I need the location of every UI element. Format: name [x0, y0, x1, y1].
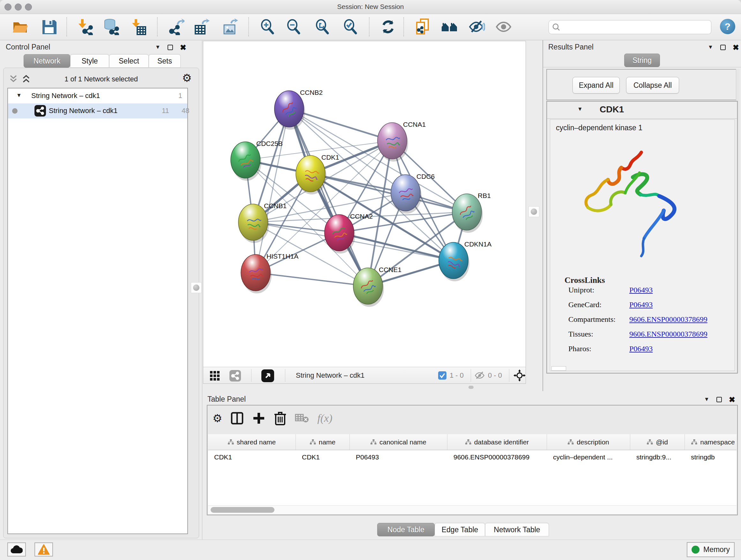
birds-eye-view-icon[interactable]: [210, 371, 220, 381]
crosslink-link-tissues[interactable]: 9606.ENSP00000378699: [629, 330, 708, 338]
export-image-icon[interactable]: [222, 18, 239, 35]
entry-scrollbar-thumb[interactable]: [551, 366, 566, 371]
import-network-database-icon[interactable]: [103, 18, 119, 35]
network-type-badge-icon[interactable]: [229, 370, 241, 381]
node-result-header[interactable]: ▼ CDK1: [547, 102, 737, 119]
float-panel-icon[interactable]: [720, 45, 726, 50]
network-node-CCNA1[interactable]: [378, 123, 407, 159]
crosslink-link-genecard[interactable]: P06493: [629, 300, 653, 309]
column-header-shared-name[interactable]: shared name: [208, 434, 296, 450]
network-node-CDKN1A[interactable]: [439, 242, 468, 279]
table-options-gear-icon[interactable]: ⚙: [212, 413, 222, 424]
refresh-view-icon[interactable]: [380, 18, 396, 35]
delete-table-icon[interactable]: [295, 413, 309, 424]
import-network-file-icon[interactable]: [77, 18, 93, 35]
crosslink-link-compartments[interactable]: 9606.ENSP00000378699: [629, 315, 708, 324]
first-neighbors-icon[interactable]: [441, 18, 458, 35]
collection-expand-icon[interactable]: ▼: [16, 92, 22, 99]
network-edge-CCNB2-CCNE1[interactable]: [289, 109, 368, 286]
gear-icon[interactable]: ⚙: [182, 72, 192, 83]
tab-network-table[interactable]: Network Table: [485, 523, 549, 537]
collapse-entry-icon[interactable]: ▼: [577, 106, 583, 112]
panel-menu-icon[interactable]: ▼: [704, 396, 710, 402]
right-splitter-handle[interactable]: [529, 206, 539, 217]
table-cell-description[interactable]: cyclin–dependent ...: [547, 450, 630, 464]
tab-edge-table[interactable]: Edge Table: [434, 523, 485, 537]
tab-sets[interactable]: Sets: [149, 54, 181, 68]
table-cell-database-identifier[interactable]: 9606.ENSP00000378699: [448, 450, 547, 464]
panel-menu-icon[interactable]: ▼: [155, 44, 160, 51]
create-column-icon[interactable]: [252, 412, 266, 425]
column-header-namespace[interactable]: namespace: [685, 434, 737, 450]
save-session-icon[interactable]: [41, 18, 57, 35]
table-cell-name[interactable]: CDK1: [296, 450, 350, 464]
export-table-icon[interactable]: [193, 18, 210, 35]
float-panel-icon[interactable]: [717, 397, 722, 402]
horizontal-splitter-handle[interactable]: [468, 386, 474, 389]
zoom-fit-icon[interactable]: [314, 18, 331, 35]
crosslink-link-pharos[interactable]: P06493: [629, 345, 653, 353]
left-splitter-handle[interactable]: [191, 282, 202, 293]
close-panel-icon[interactable]: ✖: [180, 45, 186, 50]
help-button[interactable]: ?: [720, 19, 735, 34]
column-header-database-identifier[interactable]: database identifier: [448, 434, 547, 450]
float-panel-icon[interactable]: [167, 45, 173, 50]
selected-checkbox-icon[interactable]: [438, 371, 447, 380]
tab-network[interactable]: Network: [23, 54, 70, 68]
hide-selected-icon[interactable]: [468, 18, 485, 35]
network-node-CDC6[interactable]: [391, 175, 420, 211]
table-cell-canonical-name[interactable]: P06493: [350, 450, 448, 464]
network-collection-row[interactable]: ▼ String Network – cdk1 1: [8, 88, 187, 104]
network-node-CDC25B[interactable]: [231, 142, 260, 178]
table-cell-shared-name[interactable]: CDK1: [208, 450, 296, 464]
tab-select[interactable]: Select: [109, 54, 149, 68]
network-node-CCNB1[interactable]: [239, 204, 268, 240]
table-cell-id[interactable]: stringdb:9...: [630, 450, 685, 464]
crosslink-link-uniprot[interactable]: P06493: [629, 286, 653, 294]
network-node-CDK1[interactable]: [296, 155, 325, 192]
show-columns-icon[interactable]: [230, 412, 244, 425]
table-hscrollbar[interactable]: [208, 505, 737, 514]
pan-crosshair-icon[interactable]: [514, 369, 526, 381]
network-edge-CCNB2-HIST1H1A[interactable]: [256, 109, 289, 273]
cloud-status-button[interactable]: [7, 543, 26, 557]
panel-menu-icon[interactable]: ▼: [708, 44, 713, 51]
open-session-icon[interactable]: [12, 18, 29, 35]
expand-all-button[interactable]: Expand All: [572, 77, 620, 94]
column-header-name[interactable]: name: [296, 434, 350, 450]
show-all-icon[interactable]: [495, 18, 512, 35]
tab-style[interactable]: Style: [70, 54, 109, 68]
tab-node-table[interactable]: Node Table: [377, 523, 434, 537]
zoom-out-icon[interactable]: [285, 18, 302, 35]
network-edge-HIST1H1A-CCNE1[interactable]: [256, 273, 368, 286]
search-input[interactable]: [549, 20, 711, 34]
column-header-canonical-name[interactable]: canonical name: [350, 434, 448, 450]
table-row[interactable]: CDK1CDK1P064939606.ENSP00000378699cyclin…: [208, 450, 737, 464]
tab-string[interactable]: String: [624, 54, 660, 67]
hidden-eye-icon[interactable]: [475, 371, 485, 380]
memory-button[interactable]: Memory: [687, 542, 735, 557]
network-node-CCNA2[interactable]: [325, 214, 354, 251]
column-header-id[interactable]: @id: [630, 434, 685, 450]
zoom-in-icon[interactable]: [259, 18, 276, 35]
network-node-CCNB2[interactable]: [274, 91, 304, 127]
network-row-selected[interactable]: String Network – cdk1 11 48: [8, 104, 187, 118]
delete-column-icon[interactable]: [274, 411, 286, 425]
open-in-window-icon[interactable]: [261, 369, 274, 382]
network-node-CCNE1[interactable]: [353, 268, 383, 304]
column-header-description[interactable]: description: [547, 434, 630, 450]
warning-status-button[interactable]: [35, 543, 53, 557]
table-hscrollbar-thumb[interactable]: [211, 507, 274, 513]
function-builder-icon[interactable]: f(x): [317, 412, 332, 424]
network-node-RB1[interactable]: [452, 194, 482, 230]
close-panel-icon[interactable]: ✖: [733, 45, 739, 50]
close-panel-icon[interactable]: ✖: [729, 397, 735, 402]
zoom-selected-icon[interactable]: [342, 18, 359, 35]
export-network-icon[interactable]: [168, 18, 185, 35]
network-graph[interactable]: CCNB2CCNA1CDC25BCDK1CDC6RB1CCNB1CCNA2CDK…: [203, 41, 526, 367]
import-table-file-icon[interactable]: [130, 18, 147, 35]
table-cell-namespace[interactable]: stringdb: [685, 450, 737, 464]
collapse-all-button[interactable]: Collapse All: [626, 77, 679, 94]
network-node-HIST1H1A[interactable]: [241, 254, 270, 291]
clone-network-icon[interactable]: [414, 18, 431, 35]
